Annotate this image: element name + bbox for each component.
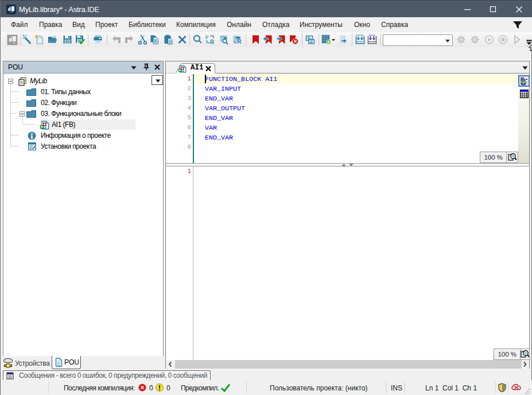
svg-text:F: F [205,34,209,40]
svg-text:R: R [238,38,242,45]
svg-text:R: R [210,39,215,45]
